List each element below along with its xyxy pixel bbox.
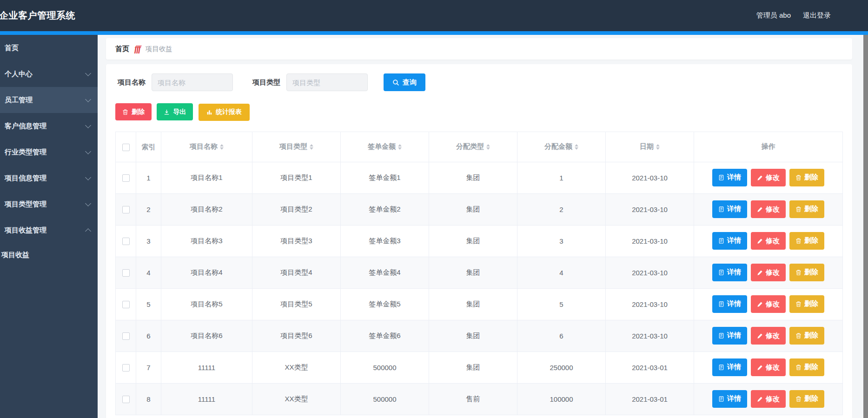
detail-button[interactable]: 详情 <box>712 200 747 218</box>
sidebar-item-label: 项目收益管理 <box>5 226 46 235</box>
edit-button[interactable]: 修改 <box>751 200 786 218</box>
delete-button-label: 删除 <box>132 108 145 116</box>
cell-alloc_type: 集团 <box>429 352 517 383</box>
row-checkbox[interactable] <box>122 206 130 213</box>
bar-chart-icon <box>206 109 212 115</box>
chevron-down-icon <box>85 200 91 206</box>
search-button[interactable]: 查询 <box>384 73 425 91</box>
column-header-type[interactable]: 项目类型 <box>252 132 341 162</box>
edit-button[interactable]: 修改 <box>751 169 786 186</box>
detail-button[interactable]: 详情 <box>712 232 747 250</box>
delete-button[interactable]: 删除 <box>115 103 152 120</box>
sort-carets-icon[interactable] <box>220 144 224 150</box>
cell-index: 2 <box>136 193 161 225</box>
edit-button[interactable]: 修改 <box>751 264 786 281</box>
row-delete-button[interactable]: 删除 <box>789 200 824 218</box>
column-label: 项目类型 <box>279 142 307 151</box>
column-header-alloc[interactable]: 分配金额 <box>517 132 606 162</box>
edit-button[interactable]: 修改 <box>751 327 786 345</box>
export-button-label: 导出 <box>173 108 186 116</box>
logout-link[interactable]: 退出登录 <box>803 11 831 20</box>
report-button[interactable]: 统计报表 <box>199 104 250 121</box>
cell-alloc_type: 集团 <box>429 320 517 352</box>
row-checkbox[interactable] <box>122 238 130 245</box>
column-header-index: 索引 <box>136 132 161 162</box>
detail-button[interactable]: 详情 <box>712 169 747 186</box>
trash-icon <box>795 206 802 212</box>
breadcrumb-home[interactable]: 首页 <box>115 45 129 53</box>
sidebar-item-员工管理[interactable]: 员工管理 <box>0 87 98 113</box>
row-delete-button[interactable]: 删除 <box>789 264 824 281</box>
row-delete-button[interactable]: 删除 <box>789 358 824 376</box>
cell-alloc: 250000 <box>517 352 606 383</box>
column-header-sign[interactable]: 签单金额 <box>341 132 429 162</box>
sidebar-item-项目信息管理[interactable]: 项目信息管理 <box>0 165 98 191</box>
cell-actions: 详情修改删除 <box>694 352 843 383</box>
cell-name: 项目名称3 <box>161 225 252 257</box>
edit-button[interactable]: 修改 <box>751 358 786 376</box>
sidebar-item-个人中心[interactable]: 个人中心 <box>0 61 98 87</box>
cell-sign: 签单金额3 <box>341 225 429 257</box>
sidebar-item-客户信息管理[interactable]: 客户信息管理 <box>0 113 98 139</box>
detail-button[interactable]: 详情 <box>712 295 747 313</box>
sort-carets-icon[interactable] <box>398 144 402 150</box>
pen-icon <box>757 238 763 244</box>
row-delete-button[interactable]: 删除 <box>789 390 824 408</box>
column-header-alloc_type[interactable]: 分配类型 <box>429 132 517 162</box>
table-row: 6项目名称6项目类型6签单金额6集团62021-03-10详情修改删除 <box>116 320 843 352</box>
cell-actions: 详情修改删除 <box>694 193 843 225</box>
sidebar-item-label: 项目收益 <box>1 251 29 259</box>
row-delete-button[interactable]: 删除 <box>789 295 824 313</box>
current-user[interactable]: 管理员 abo <box>756 11 791 20</box>
row-checkbox[interactable] <box>122 269 130 277</box>
cell-actions: 详情修改删除 <box>694 288 843 320</box>
detail-button[interactable]: 详情 <box>712 358 747 376</box>
detail-button[interactable]: 详情 <box>712 264 747 281</box>
search-icon <box>392 79 399 86</box>
sidebar-item-行业类型管理[interactable]: 行业类型管理 <box>0 139 98 165</box>
cell-actions: 详情修改删除 <box>694 383 843 415</box>
row-checkbox[interactable] <box>122 301 130 308</box>
row-checkbox[interactable] <box>122 396 130 403</box>
column-header-date[interactable]: 日期 <box>606 132 694 162</box>
sidebar-item-项目类型管理[interactable]: 项目类型管理 <box>0 191 98 217</box>
edit-button[interactable]: 修改 <box>751 232 786 250</box>
trash-icon <box>795 396 802 402</box>
chevron-down-icon <box>85 174 91 180</box>
cell-type: 项目类型3 <box>252 225 341 257</box>
main-content: 首页 fff 项目收益 项目名称 项目类型 查询 删除 导出 <box>98 35 863 418</box>
edit-button[interactable]: 修改 <box>751 390 786 408</box>
row-checkbox[interactable] <box>122 174 130 182</box>
project-name-input[interactable] <box>152 73 233 91</box>
detail-button[interactable]: 详情 <box>712 390 747 408</box>
sort-carets-icon[interactable] <box>486 144 490 150</box>
sort-carets-icon[interactable] <box>656 144 660 150</box>
vertical-scrollbar[interactable] <box>863 35 868 418</box>
project-type-input[interactable] <box>286 73 368 91</box>
row-delete-button[interactable]: 删除 <box>789 169 824 186</box>
cell-date: 2021-03-10 <box>606 288 694 320</box>
table-row: 811111XX类型500000售前1000002021-03-01详情修改删除 <box>116 383 843 415</box>
export-button[interactable]: 导出 <box>157 103 193 120</box>
row-delete-button[interactable]: 删除 <box>789 327 824 345</box>
row-delete-button[interactable]: 删除 <box>789 232 824 250</box>
sidebar-subitem-项目收益[interactable]: 项目收益 <box>0 243 98 266</box>
sidebar-item-label: 员工管理 <box>5 96 33 105</box>
cell-date: 2021-03-10 <box>606 162 694 193</box>
scrollbar-thumb[interactable] <box>863 35 868 418</box>
row-checkbox[interactable] <box>122 364 130 372</box>
edit-button[interactable]: 修改 <box>751 295 786 313</box>
cell-date: 2021-03-10 <box>606 225 694 257</box>
sidebar-item-首页[interactable]: 首页 <box>0 35 98 61</box>
row-checkbox[interactable] <box>122 332 130 340</box>
sort-carets-icon[interactable] <box>575 144 578 150</box>
column-label: 项目名称 <box>190 142 218 151</box>
detail-button[interactable]: 详情 <box>712 327 747 345</box>
cell-name: 项目名称6 <box>161 320 252 352</box>
document-icon <box>718 238 724 244</box>
sidebar: 首页个人中心员工管理客户信息管理行业类型管理项目信息管理项目类型管理项目收益管理… <box>0 35 98 418</box>
sidebar-item-项目收益管理[interactable]: 项目收益管理 <box>0 217 98 243</box>
column-header-name[interactable]: 项目名称 <box>161 132 252 162</box>
select-all-checkbox[interactable] <box>122 144 130 151</box>
sort-carets-icon[interactable] <box>310 144 313 150</box>
